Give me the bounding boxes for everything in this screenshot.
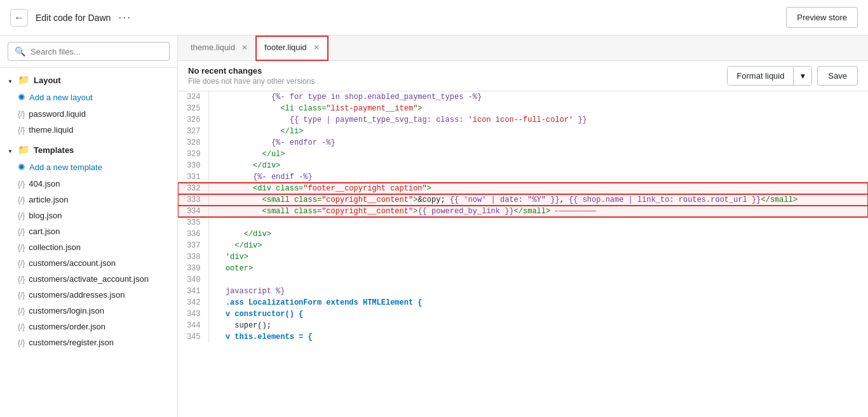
line-number: 342 bbox=[178, 297, 208, 308]
file-icon: {/} bbox=[18, 291, 25, 300]
line-number: 341 bbox=[178, 286, 208, 297]
file-icon: {/} bbox=[18, 180, 25, 189]
line-code: </div> bbox=[208, 228, 868, 240]
line-code: v this.elements = { bbox=[208, 331, 868, 343]
line-number: 330 bbox=[178, 160, 208, 171]
line-code: {%- for type in shop.enabled_payment_typ… bbox=[208, 91, 868, 103]
line-code: {%- endif -%} bbox=[208, 171, 868, 183]
tab-close-footer-liquid[interactable]: ✕ bbox=[313, 43, 320, 52]
line-code: {{ type | payment_type_svg_tag: class: '… bbox=[208, 114, 868, 126]
layout-section-label: Layout bbox=[34, 76, 61, 85]
line-number: 327 bbox=[178, 126, 208, 137]
sidebar-file-article[interactable]: {/} article.json bbox=[0, 192, 177, 208]
line-number: 344 bbox=[178, 320, 208, 331]
line-code: </ul> bbox=[208, 149, 868, 160]
sidebar-file-customers-register[interactable]: {/} customers/register.json bbox=[0, 334, 177, 350]
more-options-icon[interactable]: ··· bbox=[118, 11, 132, 24]
line-number: 331 bbox=[178, 171, 208, 183]
file-icon: {/} bbox=[18, 243, 25, 252]
add-template-icon: ✺ bbox=[18, 162, 25, 172]
sidebar-file-customers-login[interactable]: {/} customers/login.json bbox=[0, 303, 177, 319]
sidebar-file-customers-addresses[interactable]: {/} customers/addresses.json bbox=[0, 287, 177, 303]
file-icon: {/} bbox=[18, 227, 25, 236]
line-number: 324 bbox=[178, 91, 208, 103]
file-icon: {/} bbox=[18, 338, 25, 347]
back-icon[interactable]: ← bbox=[10, 9, 28, 27]
line-number: 334 bbox=[178, 206, 208, 217]
add-new-template-link[interactable]: ✺ Add a new template bbox=[0, 158, 177, 176]
line-code: super(); bbox=[208, 320, 868, 331]
sidebar-search-area: 🔍 bbox=[0, 36, 177, 68]
sidebar-file-customers-activate[interactable]: {/} customers/activate_account.json bbox=[0, 271, 177, 287]
line-code: ooter> bbox=[208, 263, 868, 274]
sidebar-file-customers-account[interactable]: {/} customers/account.json bbox=[0, 255, 177, 271]
code-container[interactable]: 324 {%- for type in shop.enabled_payment… bbox=[178, 91, 868, 417]
line-number: 326 bbox=[178, 114, 208, 126]
sidebar-section-templates[interactable]: 📁 Templates bbox=[0, 138, 177, 158]
line-code: 'div> bbox=[208, 251, 868, 263]
format-liquid-button-group[interactable]: Format liquid ▼ bbox=[727, 66, 812, 86]
file-icon: {/} bbox=[18, 259, 25, 268]
topbar: ← Edit code for Dawn ··· Preview store bbox=[0, 0, 868, 36]
topbar-left: ← Edit code for Dawn ··· bbox=[10, 9, 132, 27]
line-number: 328 bbox=[178, 137, 208, 149]
line-code: <div class="footer__copyright caption"> bbox=[208, 183, 868, 194]
sidebar-file-collection[interactable]: {/} collection.json bbox=[0, 239, 177, 255]
line-code bbox=[208, 274, 868, 286]
sidebar: 🔍 📁 Layout ✺ Add a new layout {/} passwo… bbox=[0, 36, 178, 417]
line-number: 335 bbox=[178, 217, 208, 228]
format-liquid-dropdown-button[interactable]: ▼ bbox=[793, 67, 811, 85]
line-code: </li> bbox=[208, 126, 868, 137]
search-input[interactable] bbox=[31, 47, 163, 56]
no-changes-label: No recent changes bbox=[188, 66, 315, 76]
tab-close-theme-liquid[interactable]: ✕ bbox=[241, 43, 248, 52]
templates-folder-icon: 📁 bbox=[18, 144, 30, 156]
line-number: 339 bbox=[178, 263, 208, 274]
templates-chevron-icon bbox=[8, 145, 14, 155]
line-number: 329 bbox=[178, 149, 208, 160]
file-icon: {/} bbox=[18, 195, 25, 204]
file-icon: {/} bbox=[18, 307, 25, 315]
layout-chevron-icon bbox=[8, 76, 14, 85]
file-icon: {/} bbox=[18, 275, 25, 284]
line-code: {%- endfor -%} bbox=[208, 137, 868, 149]
line-number: 345 bbox=[178, 331, 208, 343]
add-layout-icon: ✺ bbox=[18, 92, 25, 102]
line-number: 333 bbox=[178, 194, 208, 206]
line-code: .ass LocalizationForm extends HTMLElemen… bbox=[208, 297, 868, 308]
sidebar-file-password-liquid[interactable]: {/} password.liquid bbox=[0, 106, 177, 122]
line-number: 340 bbox=[178, 274, 208, 286]
format-liquid-button[interactable]: Format liquid bbox=[728, 67, 793, 85]
layout-folder-icon: 📁 bbox=[18, 74, 30, 86]
search-icon: 🔍 bbox=[15, 46, 25, 56]
main-layout: 🔍 📁 Layout ✺ Add a new layout {/} passwo… bbox=[0, 36, 868, 417]
line-number: 338 bbox=[178, 251, 208, 263]
line-code bbox=[208, 217, 868, 228]
sidebar-content: 📁 Layout ✺ Add a new layout {/} password… bbox=[0, 68, 177, 417]
line-number: 325 bbox=[178, 103, 208, 114]
sidebar-section-layout[interactable]: 📁 Layout bbox=[0, 68, 177, 88]
line-code: <li class="list-payment__item"> bbox=[208, 103, 868, 114]
add-new-layout-link[interactable]: ✺ Add a new layout bbox=[0, 88, 177, 106]
tab-theme-liquid[interactable]: theme.liquid ✕ bbox=[183, 36, 255, 61]
line-number: 343 bbox=[178, 308, 208, 320]
editor-area: theme.liquid ✕ footer.liquid ✕ No recent… bbox=[178, 36, 868, 417]
tabs-bar: theme.liquid ✕ footer.liquid ✕ bbox=[178, 36, 868, 61]
sidebar-file-blog[interactable]: {/} blog.json bbox=[0, 208, 177, 223]
sidebar-file-theme-liquid[interactable]: {/} theme.liquid bbox=[0, 122, 177, 138]
editor-status: No recent changes File does not have any… bbox=[188, 66, 315, 86]
templates-section-label: Templates bbox=[34, 145, 74, 155]
line-code: v constructor() { bbox=[208, 308, 868, 320]
sidebar-file-404[interactable]: {/} 404.json bbox=[0, 176, 177, 192]
search-box[interactable]: 🔍 bbox=[8, 42, 170, 61]
editor-header-actions: Format liquid ▼ Save bbox=[727, 66, 858, 86]
file-icon: {/} bbox=[18, 110, 25, 119]
sidebar-file-cart[interactable]: {/} cart.json bbox=[0, 223, 177, 239]
file-icon: {/} bbox=[18, 322, 25, 331]
no-changes-sub-label: File does not have any other versions bbox=[188, 77, 315, 86]
save-button[interactable]: Save bbox=[817, 66, 858, 86]
preview-store-button[interactable]: Preview store bbox=[786, 7, 858, 28]
line-number: 336 bbox=[178, 228, 208, 240]
sidebar-file-customers-order[interactable]: {/} customers/order.json bbox=[0, 319, 177, 334]
tab-footer-liquid[interactable]: footer.liquid ✕ bbox=[255, 36, 329, 61]
